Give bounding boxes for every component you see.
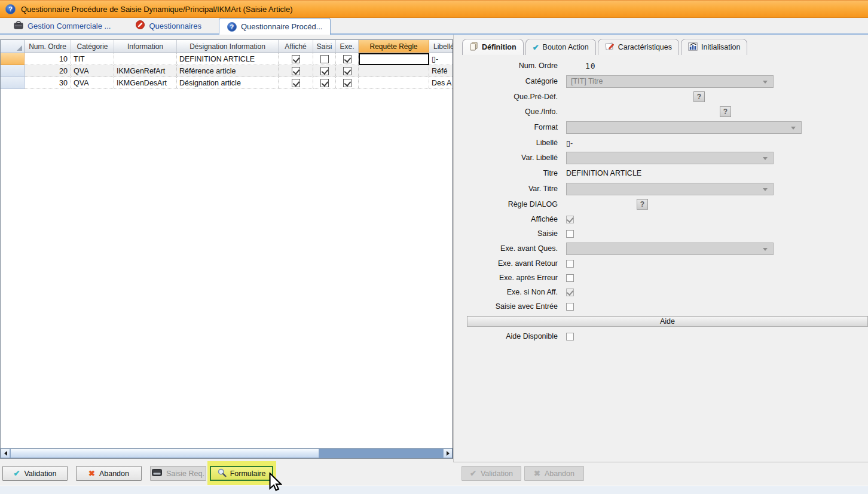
cell-affiche[interactable]: [279, 77, 313, 89]
exe-avant-retour-checkbox[interactable]: [566, 260, 574, 268]
row-header[interactable]: [1, 77, 25, 89]
scroll-left-button[interactable]: [1, 449, 10, 458]
column-header-information[interactable]: Information: [114, 40, 177, 53]
saisie-checkbox[interactable]: [566, 230, 574, 238]
checkbox-affiche[interactable]: [292, 79, 300, 87]
cell-requete-regle[interactable]: [359, 65, 429, 77]
var-titre-dropdown[interactable]: [566, 183, 774, 195]
application-window: ? Questionnaire Procédure de Saisie Dyna…: [0, 0, 868, 494]
cell-designation[interactable]: Référence article: [177, 65, 279, 77]
field-label: Que.Pré-Déf.: [460, 93, 566, 101]
exe-avant-ques-dropdown[interactable]: [566, 243, 774, 255]
button-label: Saisie Req.: [166, 470, 204, 478]
exe-apres-erreur-checkbox[interactable]: [566, 274, 574, 282]
validation-button[interactable]: ✔ Validation: [2, 466, 68, 481]
row-header[interactable]: [1, 65, 25, 77]
grid-row[interactable]: 30 QVA IKMGenDesArt Désignation article …: [1, 77, 453, 89]
cell-saisi[interactable]: [313, 65, 336, 77]
scrollbar-thumb[interactable]: [10, 449, 319, 458]
button-label: Abandon: [99, 470, 129, 478]
checkbox-affiche[interactable]: [292, 67, 300, 75]
no-entry-icon: [136, 20, 145, 31]
cell-information[interactable]: IKMGenRefArt: [114, 65, 177, 77]
button-label: Formulaire: [230, 470, 266, 478]
que-pre-def-lookup-button[interactable]: ?: [693, 91, 705, 102]
abandon-button[interactable]: ✖ Abandon: [76, 466, 142, 481]
grid-row[interactable]: 20 QVA IKMGenRefArt Référence article Ré…: [1, 65, 453, 77]
row-header-selected[interactable]: [1, 53, 25, 65]
mdi-tab-questionnaire-procedure[interactable]: ? Questionnaire Procéd...: [219, 18, 331, 35]
cell-saisi[interactable]: [313, 77, 336, 89]
que-info-lookup-button[interactable]: ?: [720, 106, 731, 117]
detail-tab-strip: Définition ✔ Bouton Action Caractéristiq…: [462, 39, 749, 55]
tab-initialisation[interactable]: Initialisation: [681, 39, 747, 55]
field-label: Affichée: [460, 215, 566, 223]
cell-exe[interactable]: [336, 77, 359, 89]
tab-bouton-action[interactable]: ✔ Bouton Action: [525, 39, 596, 55]
briefcase-icon: [14, 21, 23, 31]
cell-num-ordre[interactable]: 20: [25, 65, 71, 77]
horizontal-scrollbar[interactable]: [1, 448, 453, 458]
column-header-exe[interactable]: Exe.: [336, 40, 359, 53]
cell-information[interactable]: [114, 53, 177, 65]
checkbox-exe[interactable]: [343, 67, 352, 75]
form-row-regle-dialog: Règle DIALOG ?: [460, 198, 864, 211]
formulaire-button[interactable]: Formulaire: [210, 466, 273, 481]
categorie-dropdown[interactable]: [TIT] Titre: [566, 75, 774, 88]
tab-definition[interactable]: Définition: [462, 39, 524, 55]
cell-categorie[interactable]: QVA: [71, 77, 114, 89]
cell-saisi[interactable]: [313, 53, 336, 65]
mdi-tab-questionnaires[interactable]: Questionnaires: [128, 18, 209, 33]
cell-exe[interactable]: [336, 53, 359, 65]
cell-information[interactable]: IKMGenDesArt: [114, 77, 177, 89]
checkbox-saisi[interactable]: [320, 79, 329, 87]
form-row-var-libelle: Var. Libellé: [460, 151, 864, 164]
cell-designation[interactable]: Désignation article: [177, 77, 279, 89]
select-all-corner[interactable]: [1, 40, 25, 53]
grid-row[interactable]: 10 TIT DEFINITION ARTICLE ▯-: [1, 53, 453, 65]
column-header-designation[interactable]: Désignation Information: [177, 40, 279, 53]
var-libelle-dropdown[interactable]: [566, 152, 774, 164]
cell-requete-regle-selected[interactable]: [359, 53, 429, 65]
column-header-categorie[interactable]: Catégorie: [71, 40, 114, 53]
cell-affiche[interactable]: [279, 65, 313, 77]
exe-si-non-aff-checkbox: [566, 289, 574, 296]
cell-categorie[interactable]: TIT: [71, 53, 114, 65]
cell-requete-regle[interactable]: [359, 77, 429, 89]
chart-icon: [688, 42, 698, 53]
mouse-cursor: [269, 472, 282, 494]
saisie-avec-entree-checkbox[interactable]: [566, 303, 574, 311]
column-header-saisi[interactable]: Saisi: [313, 40, 336, 53]
column-header-requete-regle[interactable]: Requête Règle: [359, 40, 429, 53]
field-label: Que./Info.: [460, 108, 566, 116]
cell-libelle[interactable]: Des A: [429, 77, 454, 89]
column-header-num-ordre[interactable]: Num. Ordre: [25, 40, 71, 53]
checkbox-exe[interactable]: [343, 55, 352, 63]
cell-designation[interactable]: DEFINITION ARTICLE: [177, 53, 279, 65]
scroll-right-button[interactable]: [443, 449, 453, 458]
checkbox-exe[interactable]: [343, 79, 352, 87]
format-dropdown[interactable]: [566, 121, 802, 134]
checkbox-saisi[interactable]: [320, 67, 329, 75]
check-icon: ✔: [533, 43, 539, 52]
cell-categorie[interactable]: QVA: [71, 65, 114, 77]
cell-num-ordre[interactable]: 10: [25, 53, 71, 65]
column-header-affiche[interactable]: Affiché: [279, 40, 313, 53]
checkbox-saisi[interactable]: [320, 55, 329, 63]
cell-affiche[interactable]: [279, 53, 313, 65]
mdi-tab-gestion-commerciale[interactable]: Gestion Commerciale ...: [6, 18, 118, 33]
cell-num-ordre[interactable]: 30: [25, 77, 71, 89]
checkbox-affiche[interactable]: [292, 55, 300, 63]
tab-caracteristiques[interactable]: Caractéristiques: [598, 39, 679, 55]
scrollbar-track[interactable]: [319, 449, 443, 458]
regle-dialog-lookup-button[interactable]: ?: [637, 199, 648, 210]
column-header-libelle[interactable]: Libellé: [429, 40, 454, 53]
cell-libelle[interactable]: ▯-: [429, 53, 454, 65]
document-pages-icon: [469, 42, 478, 53]
cell-exe[interactable]: [336, 65, 359, 77]
field-label: Aide Disponible: [460, 332, 566, 340]
cell-libelle[interactable]: Réfé: [429, 65, 454, 77]
check-icon: ✔: [14, 469, 20, 478]
aide-disponible-checkbox[interactable]: [566, 333, 574, 340]
form-row-libelle: Libellé ▯-: [460, 136, 864, 149]
